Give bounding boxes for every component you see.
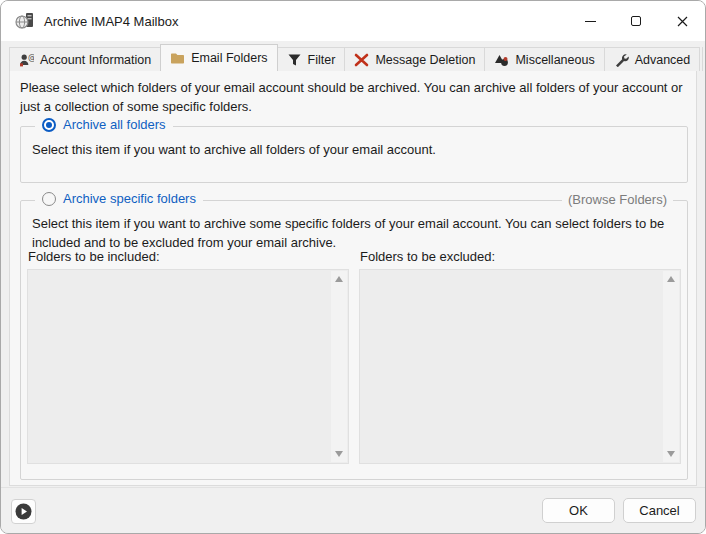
tab-label: Advanced	[635, 53, 691, 67]
tab-email-folders[interactable]: Email Folders	[160, 44, 277, 71]
archive-imap4-mailbox-dialog: Archive IMAP4 Mailbox @ Account Informat…	[0, 0, 706, 534]
tab-account-information[interactable]: @ Account Information	[9, 47, 161, 71]
maximize-icon[interactable]	[613, 1, 659, 41]
tab-label: Miscellaneous	[515, 53, 594, 67]
advanced-icon	[614, 53, 629, 67]
included-list-scrollbar[interactable]	[331, 271, 347, 462]
dialog-footer: OK Cancel	[1, 487, 705, 533]
help-video-button[interactable]	[11, 499, 36, 524]
scroll-up-icon[interactable]	[331, 271, 347, 287]
scroll-down-icon[interactable]	[331, 446, 347, 462]
archive-specific-folders-option[interactable]: Archive specific folders	[35, 191, 203, 206]
tab-filter[interactable]: Filter	[277, 47, 346, 71]
email-folders-icon	[170, 51, 185, 65]
archive-all-folders-group: Archive all folders Select this item if …	[20, 126, 688, 183]
folders-included-label: Folders to be included:	[28, 249, 160, 264]
message-deletion-icon	[354, 53, 369, 67]
folders-excluded-listbox[interactable]	[359, 269, 681, 464]
play-icon	[15, 503, 32, 520]
cancel-button[interactable]: Cancel	[623, 498, 696, 523]
radio-unselected-icon[interactable]	[42, 192, 56, 206]
browse-folders-link[interactable]: (Browse Folders)	[562, 192, 673, 207]
window-controls	[567, 1, 705, 41]
tab-label: Message Deletion	[375, 53, 475, 67]
folders-included-listbox[interactable]	[27, 269, 349, 464]
tab-message-deletion[interactable]: Message Deletion	[344, 47, 485, 71]
archive-all-folders-option[interactable]: Archive all folders	[35, 117, 173, 132]
ok-button[interactable]: OK	[542, 498, 615, 523]
account-icon: @	[19, 53, 34, 67]
excluded-list-scrollbar[interactable]	[663, 271, 679, 462]
svg-text:@: @	[28, 53, 34, 62]
folders-excluded-label: Folders to be excluded:	[360, 249, 495, 264]
scroll-down-icon[interactable]	[663, 446, 679, 462]
close-icon[interactable]	[659, 1, 705, 41]
page-intro-text: Please select which folders of your emai…	[20, 79, 686, 117]
miscellaneous-icon	[494, 53, 509, 67]
tab-overflow-partial	[702, 47, 703, 71]
archive-specific-folders-label[interactable]: Archive specific folders	[63, 191, 196, 206]
title-bar: Archive IMAP4 Mailbox	[1, 1, 705, 41]
tab-label: Account Information	[40, 53, 151, 67]
tab-strip: @ Account Information Email Folders Filt…	[9, 44, 697, 71]
tab-miscellaneous[interactable]: Miscellaneous	[484, 47, 604, 71]
archive-all-description: Select this item if you want to archive …	[32, 141, 676, 160]
minimize-icon[interactable]	[567, 1, 613, 41]
tab-label: Email Folders	[191, 51, 267, 65]
tab-label: Filter	[308, 53, 336, 67]
scroll-up-icon[interactable]	[663, 271, 679, 287]
radio-selected-icon[interactable]	[42, 118, 56, 132]
archive-specific-folders-group: Archive specific folders (Browse Folders…	[20, 200, 688, 480]
archive-specific-description: Select this item if you want to archive …	[32, 215, 676, 253]
archive-mailbox-icon	[15, 12, 35, 30]
window-title: Archive IMAP4 Mailbox	[44, 14, 178, 29]
tab-advanced[interactable]: Advanced	[604, 47, 701, 71]
archive-all-folders-label[interactable]: Archive all folders	[63, 117, 166, 132]
filter-icon	[287, 53, 302, 67]
email-folders-tab-page: Please select which folders of your emai…	[9, 70, 697, 486]
